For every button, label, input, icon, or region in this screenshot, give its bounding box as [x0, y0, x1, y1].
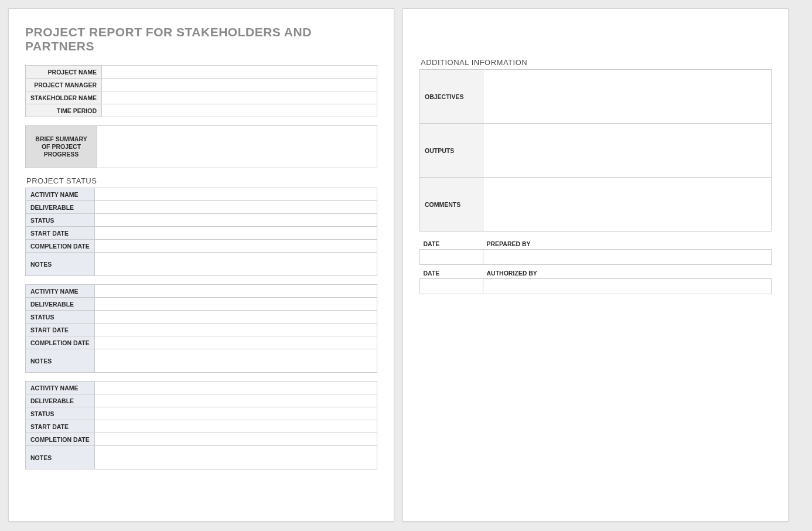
label-start-date: START DATE	[26, 420, 95, 433]
activity-1-status[interactable]	[94, 214, 377, 227]
label-activity-name: ACTIVITY NAME	[26, 188, 95, 201]
activity-3-completion-date[interactable]	[94, 433, 377, 446]
activity-1-name[interactable]	[94, 188, 377, 201]
label-start-date: START DATE	[26, 227, 95, 240]
report-title: PROJECT REPORT FOR STAKEHOLDERS AND PART…	[25, 25, 377, 53]
page-2: ADDITIONAL INFORMATION OBJECTIVES OUTPUT…	[402, 8, 789, 522]
project-header-table: PROJECT NAME PROJECT MANAGER STAKEHOLDER…	[25, 65, 377, 117]
value-stakeholder-name[interactable]	[101, 91, 377, 104]
label-status: STATUS	[26, 311, 95, 324]
label-deliverable: DELIVERABLE	[26, 394, 95, 407]
label-completion-date: COMPLETION DATE	[26, 336, 95, 349]
label-authorized-by: AUTHORIZED BY	[483, 270, 772, 279]
activity-table-2: ACTIVITY NAME DELIVERABLE STATUS START D…	[25, 284, 377, 373]
value-project-manager[interactable]	[101, 79, 377, 91]
additional-info-header: ADDITIONAL INFORMATION	[421, 58, 772, 67]
label-status: STATUS	[26, 214, 95, 227]
value-authorized-date[interactable]	[420, 279, 483, 294]
activity-table-1: ACTIVITY NAME DELIVERABLE STATUS START D…	[25, 188, 377, 276]
activity-2-status[interactable]	[94, 311, 377, 324]
value-project-name[interactable]	[101, 66, 377, 79]
label-time-period: TIME PERIOD	[26, 104, 102, 117]
page-1: PROJECT REPORT FOR STAKEHOLDERS AND PART…	[8, 8, 394, 522]
label-outputs: OUTPUTS	[420, 124, 483, 178]
label-activity-name: ACTIVITY NAME	[26, 285, 95, 298]
label-notes: NOTES	[26, 446, 95, 469]
label-status: STATUS	[26, 407, 95, 420]
activity-2-start-date[interactable]	[94, 324, 377, 336]
value-prepared-by[interactable]	[483, 249, 772, 264]
label-completion-date: COMPLETION DATE	[26, 433, 95, 446]
activity-1-start-date[interactable]	[94, 227, 377, 240]
summary-table: BRIEF SUMMARY OF PROJECT PROGRESS	[25, 125, 377, 168]
label-project-name: PROJECT NAME	[26, 66, 102, 79]
activity-2-notes[interactable]	[94, 349, 377, 373]
activity-1-notes[interactable]	[94, 253, 377, 276]
value-summary[interactable]	[97, 126, 377, 168]
activity-2-deliverable[interactable]	[94, 298, 377, 311]
label-notes: NOTES	[26, 253, 95, 276]
value-time-period[interactable]	[101, 104, 377, 117]
activity-table-3: ACTIVITY NAME DELIVERABLE STATUS START D…	[25, 381, 377, 469]
activity-3-notes[interactable]	[94, 446, 377, 469]
label-objectives: OBJECTIVES	[420, 70, 483, 124]
activity-1-completion-date[interactable]	[94, 240, 377, 253]
activity-3-start-date[interactable]	[94, 420, 377, 433]
value-prepared-date[interactable]	[420, 249, 483, 264]
value-outputs[interactable]	[483, 124, 772, 178]
label-stakeholder-name: STAKEHOLDER NAME	[26, 91, 102, 104]
label-project-manager: PROJECT MANAGER	[26, 79, 102, 91]
additional-info-table: OBJECTIVES OUTPUTS COMMENTS	[419, 69, 772, 232]
activity-2-name[interactable]	[94, 285, 377, 298]
label-prepared-date: DATE	[420, 240, 483, 249]
activity-1-deliverable[interactable]	[94, 201, 377, 214]
project-status-header: PROJECT STATUS	[26, 176, 377, 185]
authorized-by-row: DATE AUTHORIZED BY	[419, 270, 772, 295]
label-prepared-by: PREPARED BY	[483, 240, 772, 249]
label-activity-name: ACTIVITY NAME	[26, 382, 95, 394]
label-completion-date: COMPLETION DATE	[26, 240, 95, 253]
label-summary: BRIEF SUMMARY OF PROJECT PROGRESS	[26, 126, 97, 168]
label-deliverable: DELIVERABLE	[26, 201, 95, 214]
value-authorized-by[interactable]	[483, 279, 772, 294]
label-notes: NOTES	[26, 349, 95, 373]
label-authorized-date: DATE	[420, 270, 483, 279]
activity-3-deliverable[interactable]	[94, 394, 377, 407]
value-comments[interactable]	[483, 178, 772, 232]
label-start-date: START DATE	[26, 324, 95, 336]
prepared-by-row: DATE PREPARED BY	[419, 240, 772, 265]
label-deliverable: DELIVERABLE	[26, 298, 95, 311]
activity-3-name[interactable]	[94, 382, 377, 394]
activity-2-completion-date[interactable]	[94, 336, 377, 349]
label-comments: COMMENTS	[420, 178, 483, 232]
value-objectives[interactable]	[483, 70, 772, 124]
activity-3-status[interactable]	[94, 407, 377, 420]
